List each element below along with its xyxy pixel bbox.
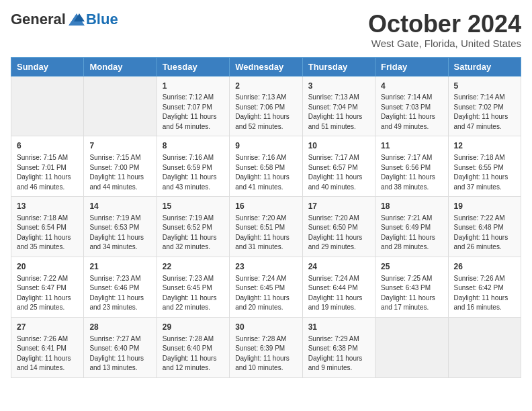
day-number: 17 bbox=[308, 201, 369, 212]
calendar-cell: 29Sunrise: 7:28 AMSunset: 6:40 PMDayligh… bbox=[157, 317, 229, 377]
calendar-cell: 26Sunrise: 7:26 AMSunset: 6:42 PMDayligh… bbox=[448, 257, 521, 317]
day-info: Sunrise: 7:19 AMSunset: 6:52 PMDaylight:… bbox=[163, 214, 224, 253]
day-info: Sunrise: 7:17 AMSunset: 6:56 PMDaylight:… bbox=[381, 153, 442, 192]
calendar-cell: 8Sunrise: 7:16 AMSunset: 6:59 PMDaylight… bbox=[157, 136, 229, 197]
calendar-cell: 16Sunrise: 7:20 AMSunset: 6:51 PMDayligh… bbox=[230, 197, 302, 257]
day-number: 9 bbox=[235, 140, 296, 152]
day-number: 26 bbox=[454, 261, 515, 273]
calendar-cell bbox=[84, 76, 157, 136]
day-info: Sunrise: 7:26 AMSunset: 6:41 PMDaylight:… bbox=[17, 334, 78, 373]
day-number: 5 bbox=[454, 81, 515, 92]
calendar-cell: 22Sunrise: 7:23 AMSunset: 6:45 PMDayligh… bbox=[157, 257, 229, 317]
day-info: Sunrise: 7:20 AMSunset: 6:51 PMDaylight:… bbox=[235, 214, 296, 253]
calendar-cell: 30Sunrise: 7:28 AMSunset: 6:39 PMDayligh… bbox=[230, 317, 302, 377]
calendar-cell: 10Sunrise: 7:17 AMSunset: 6:57 PMDayligh… bbox=[302, 136, 375, 197]
day-number: 13 bbox=[17, 201, 78, 212]
calendar-cell bbox=[375, 317, 448, 377]
day-info: Sunrise: 7:19 AMSunset: 6:53 PMDaylight:… bbox=[89, 214, 150, 253]
day-number: 10 bbox=[308, 140, 369, 152]
calendar-cell: 31Sunrise: 7:29 AMSunset: 6:38 PMDayligh… bbox=[302, 317, 375, 377]
day-info: Sunrise: 7:25 AMSunset: 6:43 PMDaylight:… bbox=[381, 274, 442, 313]
day-number: 22 bbox=[163, 261, 224, 273]
page-header: General Blue October 2024 West Gate, Flo… bbox=[11, 11, 521, 49]
day-number: 28 bbox=[89, 322, 150, 333]
day-info: Sunrise: 7:26 AMSunset: 6:42 PMDaylight:… bbox=[454, 274, 515, 313]
calendar-cell: 1Sunrise: 7:12 AMSunset: 7:07 PMDaylight… bbox=[157, 76, 229, 136]
calendar-week-row: 6Sunrise: 7:15 AMSunset: 7:01 PMDaylight… bbox=[11, 136, 521, 197]
day-info: Sunrise: 7:18 AMSunset: 6:55 PMDaylight:… bbox=[454, 153, 515, 192]
logo-icon bbox=[67, 12, 86, 27]
day-number: 15 bbox=[163, 201, 224, 212]
title-block: October 2024 West Gate, Florida, United … bbox=[368, 11, 521, 49]
weekday-header: Monday bbox=[84, 57, 157, 76]
day-number: 31 bbox=[308, 322, 369, 333]
calendar-cell bbox=[448, 317, 521, 377]
calendar-week-row: 13Sunrise: 7:18 AMSunset: 6:54 PMDayligh… bbox=[11, 197, 521, 257]
day-info: Sunrise: 7:15 AMSunset: 7:01 PMDaylight:… bbox=[17, 153, 78, 192]
calendar-cell: 4Sunrise: 7:14 AMSunset: 7:03 PMDaylight… bbox=[375, 76, 448, 136]
day-info: Sunrise: 7:23 AMSunset: 6:46 PMDaylight:… bbox=[89, 274, 150, 313]
weekday-header: Tuesday bbox=[157, 57, 229, 76]
day-number: 14 bbox=[89, 201, 150, 212]
day-info: Sunrise: 7:16 AMSunset: 6:58 PMDaylight:… bbox=[235, 153, 296, 192]
weekday-header: Thursday bbox=[302, 57, 375, 76]
day-info: Sunrise: 7:22 AMSunset: 6:48 PMDaylight:… bbox=[454, 214, 515, 253]
calendar-cell: 2Sunrise: 7:13 AMSunset: 7:06 PMDaylight… bbox=[230, 76, 302, 136]
weekday-header: Saturday bbox=[448, 57, 521, 76]
day-number: 29 bbox=[163, 322, 224, 333]
day-number: 4 bbox=[381, 81, 442, 92]
day-number: 21 bbox=[89, 261, 150, 273]
logo: General Blue bbox=[11, 11, 118, 28]
calendar-cell: 18Sunrise: 7:21 AMSunset: 6:49 PMDayligh… bbox=[375, 197, 448, 257]
weekday-header: Friday bbox=[375, 57, 448, 76]
day-number: 12 bbox=[454, 140, 515, 152]
calendar-cell: 24Sunrise: 7:24 AMSunset: 6:44 PMDayligh… bbox=[302, 257, 375, 317]
day-info: Sunrise: 7:24 AMSunset: 6:45 PMDaylight:… bbox=[235, 274, 296, 313]
calendar-cell: 11Sunrise: 7:17 AMSunset: 6:56 PMDayligh… bbox=[375, 136, 448, 197]
logo-general-text: General bbox=[11, 11, 66, 28]
weekday-header: Wednesday bbox=[230, 57, 302, 76]
calendar-week-row: 20Sunrise: 7:22 AMSunset: 6:47 PMDayligh… bbox=[11, 257, 521, 317]
calendar-cell: 9Sunrise: 7:16 AMSunset: 6:58 PMDaylight… bbox=[230, 136, 302, 197]
day-info: Sunrise: 7:28 AMSunset: 6:39 PMDaylight:… bbox=[235, 334, 296, 373]
day-info: Sunrise: 7:27 AMSunset: 6:40 PMDaylight:… bbox=[89, 334, 150, 373]
day-info: Sunrise: 7:23 AMSunset: 6:45 PMDaylight:… bbox=[163, 274, 224, 313]
day-number: 11 bbox=[381, 140, 442, 152]
day-number: 27 bbox=[17, 322, 78, 333]
day-info: Sunrise: 7:14 AMSunset: 7:03 PMDaylight:… bbox=[381, 93, 442, 132]
calendar-cell: 5Sunrise: 7:14 AMSunset: 7:02 PMDaylight… bbox=[448, 76, 521, 136]
day-number: 24 bbox=[308, 261, 369, 273]
day-number: 16 bbox=[235, 201, 296, 212]
calendar-cell bbox=[11, 76, 84, 136]
calendar-week-row: 27Sunrise: 7:26 AMSunset: 6:41 PMDayligh… bbox=[11, 317, 521, 377]
day-info: Sunrise: 7:12 AMSunset: 7:07 PMDaylight:… bbox=[163, 93, 224, 132]
day-number: 1 bbox=[163, 81, 224, 92]
calendar-cell: 27Sunrise: 7:26 AMSunset: 6:41 PMDayligh… bbox=[11, 317, 84, 377]
day-number: 25 bbox=[381, 261, 442, 273]
calendar-cell: 13Sunrise: 7:18 AMSunset: 6:54 PMDayligh… bbox=[11, 197, 84, 257]
calendar-cell: 17Sunrise: 7:20 AMSunset: 6:50 PMDayligh… bbox=[302, 197, 375, 257]
day-number: 30 bbox=[235, 322, 296, 333]
weekday-header: Sunday bbox=[11, 57, 84, 76]
calendar-week-row: 1Sunrise: 7:12 AMSunset: 7:07 PMDaylight… bbox=[11, 76, 521, 136]
day-info: Sunrise: 7:15 AMSunset: 7:00 PMDaylight:… bbox=[89, 153, 150, 192]
calendar-cell: 14Sunrise: 7:19 AMSunset: 6:53 PMDayligh… bbox=[84, 197, 157, 257]
calendar-cell: 21Sunrise: 7:23 AMSunset: 6:46 PMDayligh… bbox=[84, 257, 157, 317]
day-info: Sunrise: 7:16 AMSunset: 6:59 PMDaylight:… bbox=[163, 153, 224, 192]
calendar-table: SundayMondayTuesdayWednesdayThursdayFrid… bbox=[11, 57, 521, 378]
calendar-cell: 15Sunrise: 7:19 AMSunset: 6:52 PMDayligh… bbox=[157, 197, 229, 257]
location-text: West Gate, Florida, United States bbox=[368, 38, 521, 49]
day-info: Sunrise: 7:18 AMSunset: 6:54 PMDaylight:… bbox=[17, 214, 78, 253]
day-info: Sunrise: 7:24 AMSunset: 6:44 PMDaylight:… bbox=[308, 274, 369, 313]
day-info: Sunrise: 7:28 AMSunset: 6:40 PMDaylight:… bbox=[163, 334, 224, 373]
day-number: 2 bbox=[235, 81, 296, 92]
day-info: Sunrise: 7:14 AMSunset: 7:02 PMDaylight:… bbox=[454, 93, 515, 132]
day-number: 8 bbox=[163, 140, 224, 152]
day-info: Sunrise: 7:17 AMSunset: 6:57 PMDaylight:… bbox=[308, 153, 369, 192]
day-number: 18 bbox=[381, 201, 442, 212]
day-info: Sunrise: 7:13 AMSunset: 7:06 PMDaylight:… bbox=[235, 93, 296, 132]
weekday-header-row: SundayMondayTuesdayWednesdayThursdayFrid… bbox=[11, 57, 521, 76]
calendar-cell: 6Sunrise: 7:15 AMSunset: 7:01 PMDaylight… bbox=[11, 136, 84, 197]
day-info: Sunrise: 7:22 AMSunset: 6:47 PMDaylight:… bbox=[17, 274, 78, 313]
day-info: Sunrise: 7:13 AMSunset: 7:04 PMDaylight:… bbox=[308, 93, 369, 132]
